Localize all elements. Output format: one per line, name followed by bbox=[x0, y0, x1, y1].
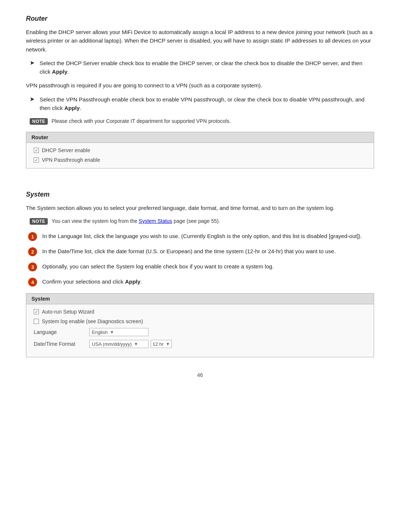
system-item1: 1 In the Language list, click the langua… bbox=[28, 232, 374, 241]
system-note: NOTE You can view the system log from th… bbox=[30, 217, 374, 225]
system-log-label: System log enable (see Diagnostics scree… bbox=[42, 318, 143, 324]
router-bullet1: ➤ Select the DHCP Server enable check bo… bbox=[30, 59, 374, 76]
system-section: System The System section allows you to … bbox=[26, 191, 374, 357]
system-item1-text: In the Language list, click the language… bbox=[42, 232, 362, 240]
router-note: NOTE Please check with your Corporate IT… bbox=[30, 117, 374, 125]
auto-run-checkbox-row[interactable]: Auto-run Setup Wizard bbox=[34, 309, 366, 315]
vpn-checkbox[interactable] bbox=[34, 157, 39, 163]
system-item4: 4 Confirm your selections and click Appl… bbox=[28, 277, 374, 287]
system-log-checkbox[interactable] bbox=[34, 319, 39, 324]
system-item2-text: In the Date/Time list, click the date fo… bbox=[42, 247, 336, 255]
system-note-badge: NOTE bbox=[30, 218, 48, 225]
router-panel-header: Router bbox=[26, 132, 374, 143]
router-section: Router Enabling the DHCP server allows y… bbox=[26, 15, 374, 168]
datetime-value: USA (mm/dd/yyyy) bbox=[92, 341, 132, 347]
dhcp-label: DHCP Server enable bbox=[42, 147, 90, 153]
system-item3-text: Optionally, you can select the System lo… bbox=[42, 262, 274, 271]
system-panel-header: System bbox=[26, 294, 374, 304]
datetime-select[interactable]: USA (mm/dd/yyyy) ▼ bbox=[89, 340, 149, 348]
router-bullet2-text: Select the VPN Passthrough enable check … bbox=[40, 95, 374, 113]
auto-run-label: Auto-run Setup Wizard bbox=[42, 309, 94, 315]
bullet-arrow2-icon: ➤ bbox=[30, 96, 34, 103]
system-item3: 3 Optionally, you can select the System … bbox=[28, 262, 374, 271]
system-panel-body: Auto-run Setup Wizard System log enable … bbox=[26, 304, 374, 357]
router-note-text: Please check with your Corporate IT depa… bbox=[51, 117, 231, 125]
language-label: Language bbox=[34, 329, 89, 335]
dhcp-checkbox[interactable] bbox=[34, 148, 39, 153]
router-body1: Enabling the DHCP server allows your MiF… bbox=[26, 28, 374, 54]
system-item2: 2 In the Date/Time list, click the date … bbox=[28, 247, 374, 256]
bullet-arrow-icon: ➤ bbox=[30, 59, 34, 66]
language-select-arrow-icon: ▼ bbox=[110, 330, 114, 334]
dhcp-checkbox-row[interactable]: DHCP Server enable bbox=[34, 147, 366, 153]
system-log-checkbox-row[interactable]: System log enable (see Diagnostics scree… bbox=[34, 318, 366, 324]
system-status-link[interactable]: System Status bbox=[139, 218, 172, 224]
language-select[interactable]: English ▼ bbox=[89, 328, 149, 336]
note-badge: NOTE bbox=[30, 118, 48, 125]
datetime-row: Date/Time Format USA (mm/dd/yyyy) ▼ 12 h… bbox=[34, 340, 366, 348]
vpn-checkbox-row[interactable]: VPN Passthrough enable bbox=[34, 157, 366, 163]
number1-circle: 1 bbox=[28, 232, 37, 241]
language-value: English bbox=[92, 329, 108, 335]
time-select-arrow-icon: ▼ bbox=[166, 342, 170, 346]
auto-run-checkbox[interactable] bbox=[34, 309, 39, 314]
number4-circle: 4 bbox=[28, 278, 37, 287]
router-bullet2: ➤ Select the VPN Passthrough enable chec… bbox=[30, 95, 374, 113]
router-panel-body: DHCP Server enable VPN Passthrough enabl… bbox=[26, 143, 374, 168]
system-item4-text: Confirm your selections and click Apply. bbox=[42, 277, 142, 286]
section-divider bbox=[26, 180, 374, 191]
page-number: 46 bbox=[26, 372, 374, 378]
router-title: Router bbox=[26, 15, 374, 23]
router-body2: VPN passthrough is required if you are g… bbox=[26, 81, 374, 90]
system-body1: The System section allows you to select … bbox=[26, 204, 374, 212]
system-panel: System Auto-run Setup Wizard System log … bbox=[26, 293, 374, 357]
language-row: Language English ▼ bbox=[34, 328, 366, 336]
datetime-label: Date/Time Format bbox=[34, 341, 89, 347]
number3-circle: 3 bbox=[28, 262, 37, 271]
system-title: System bbox=[26, 191, 374, 198]
router-panel: Router DHCP Server enable VPN Passthroug… bbox=[26, 132, 374, 168]
router-bullet1-text: Select the DHCP Server enable check box … bbox=[40, 59, 374, 76]
system-note-text: You can view the system log from the Sys… bbox=[51, 217, 220, 225]
number2-circle: 2 bbox=[28, 247, 37, 256]
time-value: 12 hr bbox=[153, 341, 164, 347]
time-format-select[interactable]: 12 hr ▼ bbox=[151, 340, 172, 348]
vpn-label: VPN Passthrough enable bbox=[42, 157, 100, 163]
datetime-select-arrow-icon: ▼ bbox=[134, 342, 138, 346]
